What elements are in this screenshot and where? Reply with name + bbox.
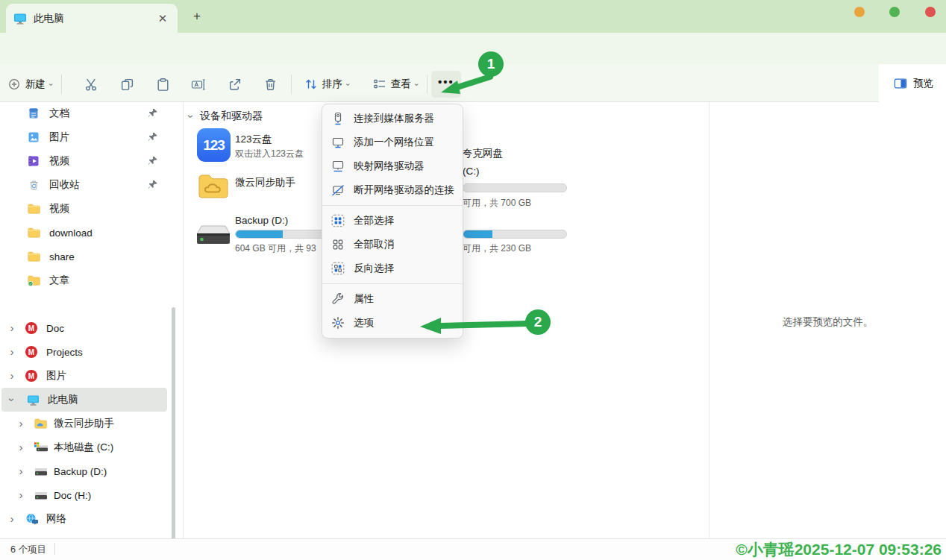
tile-c-drive-name[interactable]: (C:) [463,166,480,177]
tile-weiyun-name[interactable]: 微云同步助手 [235,176,295,189]
rename-button[interactable] [184,71,213,98]
chevron-right-icon[interactable]: › [7,322,16,334]
system-drive-icon [34,442,48,453]
tab-close-icon[interactable]: ✕ [155,11,170,26]
paste-button[interactable] [148,71,178,98]
media-server-icon [331,112,345,125]
chevron-right-icon[interactable]: › [16,489,25,501]
share-icon [228,78,242,92]
menu-separator [322,283,463,284]
sidebar-item-doc[interactable]: › M Doc [0,316,170,340]
mega-icon: M [25,346,37,358]
menu-item-map-network-drive[interactable]: 映射网络驱动器 [322,154,463,178]
window-button-close[interactable] [925,7,936,17]
sort-button[interactable]: 排序 › [298,71,355,98]
folder-icon [27,204,40,214]
weiyun-folder-icon[interactable] [198,173,229,199]
sidebar-item-pictures[interactable]: 图片 [0,125,170,149]
network-location-icon [331,136,345,149]
sidebar-item-this-pc[interactable]: › 此电脑 [1,388,167,412]
documents-icon [27,107,40,119]
sidebar-scrollbar[interactable] [172,307,175,560]
preview-button-label: 预览 [913,77,933,90]
hard-drive-icon[interactable] [195,221,231,248]
delete-button[interactable] [255,71,285,98]
pictures-icon [27,131,40,143]
menu-item-select-none[interactable]: 全部取消 [322,233,463,257]
123pan-icon[interactable]: 123 [197,128,231,162]
annotation-step-2: 2 [525,309,551,335]
share-button[interactable] [219,71,249,98]
sidebar-item-projects[interactable]: › M Projects [0,340,170,364]
sidebar-item-documents[interactable]: 文档 [0,101,170,125]
rename-icon [191,78,206,92]
navigation-pane: 文档 图片 视频 回收站 视频 download share 文章 › M Do… [0,102,183,538]
cut-button[interactable] [76,71,106,98]
chevron-down-icon[interactable]: › [6,395,18,404]
copy-button[interactable] [112,71,142,98]
window-button-maximize[interactable] [889,7,900,17]
tile-h-drive-capacity: 可用，共 230 GB [463,242,531,255]
window-button-minimize[interactable] [854,7,865,17]
sidebar-item-network[interactable]: › 网络 [0,507,170,531]
sidebar-item-recycle-bin[interactable]: 回收站 [0,173,170,197]
sort-icon [304,78,318,91]
menu-item-disconnect-network-drive[interactable]: 断开网络驱动器的连接 [322,178,463,202]
tile-123pan-subtitle: 双击进入123云盘 [235,148,304,160]
computer-icon [13,13,27,25]
sidebar-item-share[interactable]: share [0,245,170,268]
new-button-label: 新建 [25,78,46,91]
menu-item-connect-media-server[interactable]: 连接到媒体服务器 [322,107,463,130]
chevron-right-icon[interactable]: › [7,346,16,358]
section-devices-and-drives[interactable]: › 设备和驱动器 [187,110,263,123]
menu-item-invert-selection[interactable]: 反向选择 [322,257,463,280]
sidebar-item-videos[interactable]: 视频 [0,149,170,173]
synced-folder-icon [27,275,40,286]
section-title: 设备和驱动器 [200,110,263,123]
menu-item-add-network-location[interactable]: 添加一个网络位置 [322,130,463,154]
chevron-right-icon[interactable]: › [7,513,16,525]
sidebar-item-local-disk-c[interactable]: › 本地磁盘 (C:) [0,435,170,459]
chevron-right-icon[interactable]: › [16,465,25,477]
annotation-arrow-2 [414,312,530,340]
drive-icon [34,467,48,476]
chevron-right-icon[interactable]: › [16,441,25,453]
new-tab-button[interactable]: + [189,9,204,24]
sidebar-item-videos-folder[interactable]: 视频 [0,197,170,221]
view-icon [373,78,386,91]
sidebar-item-articles[interactable]: 文章 [0,268,170,292]
tile-quark-name[interactable]: 夸克网盘 [463,147,503,160]
trash-icon [263,78,278,92]
split-pane-icon [894,78,907,89]
menu-item-select-all[interactable]: 全部选择 [322,209,463,233]
annotation-step-1: 1 [478,51,504,77]
chevron-right-icon[interactable]: › [7,370,16,382]
invert-selection-icon [331,262,345,275]
pin-icon [148,107,158,118]
tab-this-pc[interactable]: 此电脑 ✕ [6,4,178,33]
tab-title: 此电脑 [34,12,155,25]
chevron-right-icon[interactable]: › [16,418,25,430]
cloud-folder-icon [34,418,47,429]
view-button[interactable]: 查看 › [366,71,425,98]
new-button[interactable]: 新建 › [6,71,54,98]
menu-separator [322,205,463,206]
watermark: ©小青瑶2025-12-07 09:53:26 [736,539,942,560]
cut-icon [84,78,98,92]
tile-123pan-name[interactable]: 123云盘 [235,133,272,146]
see-more-menu: 连接到媒体服务器 添加一个网络位置 映射网络驱动器 断开网络驱动器的连接 全部选… [322,104,463,339]
sidebar-item-backup-d[interactable]: › Backup (D:) [0,459,170,483]
sidebar-item-pictures-mega[interactable]: › M 图片 [0,364,170,388]
preview-toggle-button[interactable]: 预览 [888,72,939,95]
plus-circle-icon [7,78,21,91]
tile-d-drive-name[interactable]: Backup (D:) [235,215,288,226]
folder-icon [27,251,40,262]
menu-item-properties[interactable]: 属性 [322,287,463,311]
sidebar-item-doc-h[interactable]: › Doc (H:) [0,483,170,507]
pin-icon [148,155,158,166]
sidebar-item-download[interactable]: download [0,221,170,245]
sort-button-label: 排序 [322,78,342,91]
select-none-icon [331,238,345,251]
sidebar-item-weiyun[interactable]: › 微云同步助手 [0,412,170,435]
gear-icon [331,316,345,330]
